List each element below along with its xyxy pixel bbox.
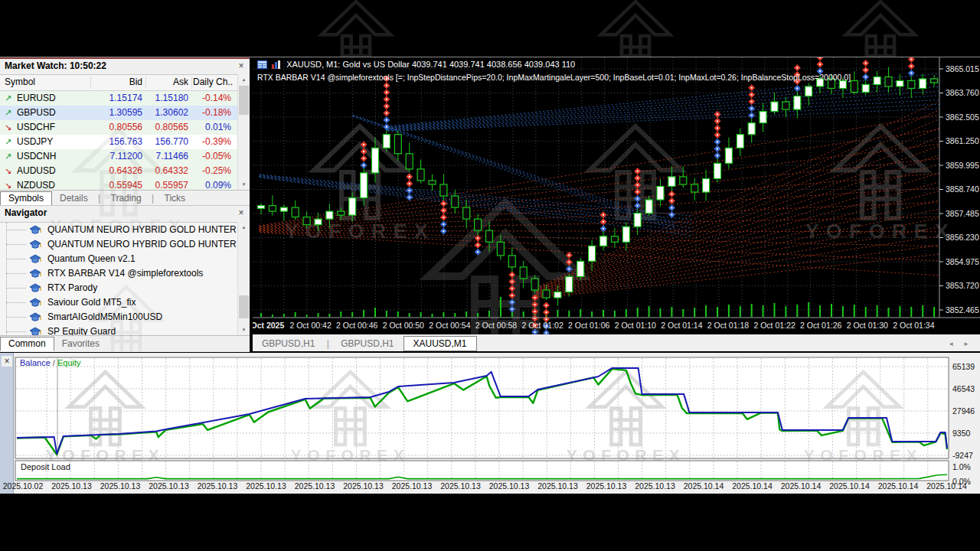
column-divider	[90, 77, 91, 89]
volume-bar	[808, 302, 809, 317]
bid-cell: 7.11200	[92, 149, 142, 164]
marker-dot	[796, 67, 798, 69]
volume-bar	[591, 311, 593, 317]
tester-date-label: 2025.10.13	[392, 481, 433, 491]
market-watch-column-header[interactable]: Ask	[147, 75, 188, 90]
main-chart-canvas[interactable]: YOFOREXYOFOREXYOFOREX3865.0153863.760386…	[253, 57, 980, 334]
table-icon[interactable]	[257, 60, 267, 70]
tab-nav-common[interactable]: Common	[0, 337, 54, 351]
candle-bear	[452, 196, 459, 207]
market-watch-row[interactable]: ↗GBPUSD1.305951.30602-0.18%	[0, 106, 250, 120]
ask-cell: 0.80565	[147, 120, 188, 135]
market-watch-row[interactable]: ↗EURUSD1.151741.15180-0.14%	[0, 91, 250, 106]
market-watch-column-header[interactable]: Symbol	[5, 75, 89, 90]
tester-date-label: 2025.10.14	[781, 481, 822, 491]
navigator-item[interactable]: Quantum Queen v2.1	[0, 252, 250, 266]
tab-mw-symbols[interactable]: Symbols	[0, 191, 52, 206]
volume-bar	[842, 306, 844, 317]
time-tick-label: 2 Oct 01:02	[521, 321, 563, 330]
market-watch-header[interactable]: SymbolBidAskDaily Ch...	[0, 75, 250, 91]
candle-bull	[349, 198, 356, 216]
tab-mw-trading[interactable]: Trading	[103, 192, 149, 205]
tester-date-label: 2025.10.13	[489, 481, 530, 491]
candle-bear	[931, 79, 938, 83]
yoforex-watermark: YOFOREX	[285, 126, 435, 243]
navigator-item[interactable]: QUANTUM NEURO HYBRID GOLD HUNTER EA V2.	[0, 223, 250, 237]
candle-bear	[508, 256, 515, 267]
marker-dot	[637, 178, 639, 179]
market-watch-row[interactable]: ↗USDJPY156.763156.770-0.39%	[0, 135, 250, 149]
tab-nav-favorites[interactable]: Favorites	[54, 337, 107, 350]
scroll-up-icon[interactable]: ▲	[238, 74, 250, 85]
yoforex-watermark	[322, 2, 390, 57]
candle-bear	[429, 181, 436, 184]
marker-dot	[751, 101, 753, 103]
market-watch-row[interactable]: ↘USDCHF0.805560.805650.01%	[0, 120, 250, 135]
tester-chart-canvas[interactable]: YOFOREXYOFOREXYOFOREXYOFOREX	[0, 353, 980, 494]
chart-type-icon[interactable]	[272, 60, 282, 70]
navigator-item[interactable]: SmartAIGoldM5Min100USD	[0, 310, 250, 324]
scrollbar-thumb[interactable]	[239, 86, 249, 115]
scrollbar-track[interactable]: ▲▼	[237, 74, 250, 190]
candle-bear	[338, 211, 345, 215]
volume-bar	[432, 314, 433, 317]
navigator-item[interactable]: Saviour Gold MT5_fix	[0, 295, 250, 310]
candle-bull	[577, 261, 584, 276]
marker-dot	[443, 230, 444, 232]
chart-title-text: XAUUSD, M1: Gold vs US Dollar 4039.741 4…	[286, 60, 575, 69]
scroll-down-icon[interactable]: ▼	[238, 179, 250, 190]
chart-tab-xauusd-m1[interactable]: XAUUSD,M1	[403, 336, 477, 351]
tab-scroll-arrows: ◄►	[943, 337, 974, 348]
navigator-item-label: QUANTUM NEURO HYBRID GOLD HUNTER EA V2.	[47, 224, 267, 235]
tab-mw-details[interactable]: Details	[52, 192, 96, 205]
market-watch-column-header[interactable]: Daily Ch...	[193, 75, 233, 90]
time-tick-label: 2 Oct 01:14	[661, 321, 702, 330]
volume-bar	[637, 308, 639, 317]
tester-date-label: 2025.10.14	[829, 481, 870, 491]
tabs-left-icon[interactable]: ◄	[943, 341, 959, 347]
scroll-up-icon[interactable]: ▲	[238, 222, 250, 233]
market-watch-column-header[interactable]: Bid	[92, 75, 142, 90]
navigator-item[interactable]: RTX BARBAR V14 @simpleforextools	[0, 266, 250, 281]
market-watch-row[interactable]: ↘AUDUSD0.643260.64332-0.25%	[0, 164, 250, 178]
market-watch-titlebar[interactable]: Market Watch: 10:50:22 ×	[0, 57, 250, 75]
scrollbar-thumb[interactable]	[239, 295, 249, 318]
scrollbar-track[interactable]: ▲▼	[237, 222, 250, 335]
time-tick-label: 2 Oct 01:06	[568, 321, 609, 330]
symbol-cell: USDCNH	[17, 149, 90, 164]
tester-y-tick-label: -9247	[952, 451, 973, 460]
time-tick-label: 2 Oct 00:46	[336, 321, 377, 330]
price-tick-label: 3863.760	[946, 88, 979, 97]
marker-dot	[671, 214, 672, 215]
close-icon[interactable]: ×	[236, 60, 247, 72]
marker-dot	[511, 281, 513, 282]
navigator-item[interactable]: QUANTUM NEURO HYBRID GOLD HUNTER	[0, 237, 250, 252]
daily-change-cell: -0.25%	[191, 164, 231, 178]
marker-dot	[534, 331, 536, 333]
chart-tab-gbpusd-h1[interactable]: GBPUSD,H1	[332, 337, 403, 350]
trend-up-icon: ↗	[5, 149, 14, 164]
marker-dot	[751, 87, 753, 89]
close-icon[interactable]: ×	[236, 207, 247, 219]
tab-mw-ticks[interactable]: Ticks	[157, 192, 194, 205]
price-tick-label: 3854.975	[946, 257, 979, 266]
market-watch-row[interactable]: ↗USDCNH7.112007.11466-0.05%	[0, 149, 250, 164]
chart-tab-gbpusd-h1[interactable]: GBPUSD,H1	[253, 337, 324, 350]
time-tick-label: 2 Oct 00:50	[383, 321, 424, 330]
chart-window[interactable]: YOFOREXYOFOREXYOFOREX3865.0153863.760386…	[253, 57, 980, 334]
tester-date-label: 2025.10.13	[246, 481, 286, 491]
bid-cell: 1.30595	[92, 106, 142, 120]
scroll-down-icon[interactable]: ▼	[238, 324, 250, 335]
tester-y-tick-label: 46543	[952, 384, 975, 393]
marker-dot	[363, 151, 364, 152]
tabs-right-icon[interactable]: ►	[959, 341, 974, 347]
volume-bar	[796, 305, 798, 317]
ask-cell: 1.30602	[147, 106, 188, 120]
marker-dot	[637, 198, 639, 200]
candle-bear	[303, 217, 310, 225]
navigator-item[interactable]: RTX Parody	[0, 281, 250, 295]
price-tick-label: 3861.250	[946, 136, 979, 145]
navigator-titlebar[interactable]: Navigator ×	[0, 205, 250, 223]
bottom-letterbox	[0, 494, 980, 551]
tester-date-label: 2025.10.13	[149, 481, 189, 491]
